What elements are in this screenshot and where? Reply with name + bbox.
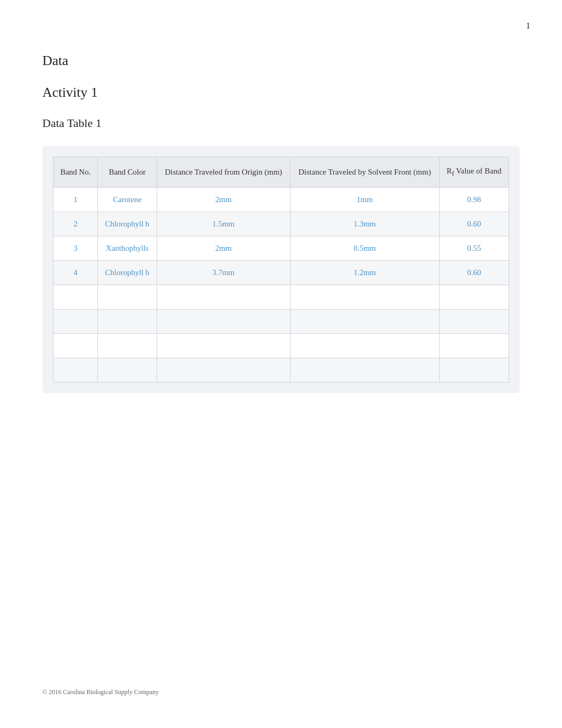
activity-title: Activity 1 xyxy=(42,85,520,101)
cell-dist-origin: 3.7mm xyxy=(157,260,290,285)
cell-band-no xyxy=(53,285,98,309)
cell-dist-solvent: 0.5mm xyxy=(290,236,439,260)
table-row: 4Chlorophyll b3.7mm1.2mm0.60 xyxy=(53,260,509,285)
table-header-row: Band No. Band Color Distance Traveled fr… xyxy=(53,157,509,188)
table-row: 1Carotene2mm1mm0.98 xyxy=(53,187,509,212)
cell-dist-origin xyxy=(157,309,290,333)
table-title: Data Table 1 xyxy=(42,116,520,130)
cell-dist-origin: 1.5mm xyxy=(157,212,290,236)
cell-dist-solvent xyxy=(290,285,439,309)
cell-dist-solvent xyxy=(290,333,439,358)
footer: © 2016 Carolina Biological Supply Compan… xyxy=(42,688,159,696)
table-row: 3Xanthophylls2mm0.5mm0.55 xyxy=(53,236,509,260)
table-row xyxy=(53,333,509,358)
cell-band-no: 3 xyxy=(53,236,98,260)
cell-dist-solvent: 1mm xyxy=(290,187,439,212)
cell-band-color xyxy=(98,285,157,309)
cell-dist-origin xyxy=(157,333,290,358)
col-band-no: Band No. xyxy=(53,157,98,188)
cell-band-color xyxy=(98,358,157,382)
col-rf-value: Rf Value of Band xyxy=(439,157,509,188)
cell-rf-value xyxy=(439,285,509,309)
cell-dist-solvent xyxy=(290,309,439,333)
col-dist-solvent: Distance Traveled by Solvent Front (mm) xyxy=(290,157,439,188)
cell-dist-solvent xyxy=(290,358,439,382)
page-number: 1 xyxy=(526,21,530,31)
data-table: Band No. Band Color Distance Traveled fr… xyxy=(53,157,509,383)
cell-band-no xyxy=(53,358,98,382)
cell-band-color: Carotene xyxy=(98,187,157,212)
cell-dist-origin: 2mm xyxy=(157,236,290,260)
cell-band-color xyxy=(98,309,157,333)
cell-band-color: Chlorophyll b xyxy=(98,260,157,285)
cell-band-color: Chlorophyll b xyxy=(98,212,157,236)
table-row xyxy=(53,358,509,382)
cell-band-no xyxy=(53,309,98,333)
data-table-wrapper: Band No. Band Color Distance Traveled fr… xyxy=(42,146,520,393)
cell-rf-value: 0.60 xyxy=(439,212,509,236)
cell-rf-value: 0.98 xyxy=(439,187,509,212)
cell-rf-value xyxy=(439,309,509,333)
table-row xyxy=(53,285,509,309)
cell-band-color xyxy=(98,333,157,358)
table-row xyxy=(53,309,509,333)
cell-dist-origin: 2mm xyxy=(157,187,290,212)
cell-rf-value xyxy=(439,333,509,358)
cell-dist-solvent: 1.3mm xyxy=(290,212,439,236)
cell-band-no: 2 xyxy=(53,212,98,236)
cell-rf-value xyxy=(439,358,509,382)
cell-band-no xyxy=(53,333,98,358)
section-title: Data xyxy=(42,53,520,69)
cell-dist-solvent: 1.2mm xyxy=(290,260,439,285)
cell-rf-value: 0.60 xyxy=(439,260,509,285)
cell-dist-origin xyxy=(157,358,290,382)
cell-dist-origin xyxy=(157,285,290,309)
col-dist-origin: Distance Traveled from Origin (mm) xyxy=(157,157,290,188)
cell-band-no: 1 xyxy=(53,187,98,212)
col-band-color: Band Color xyxy=(98,157,157,188)
cell-band-no: 4 xyxy=(53,260,98,285)
table-row: 2Chlorophyll b1.5mm1.3mm0.60 xyxy=(53,212,509,236)
cell-band-color: Xanthophylls xyxy=(98,236,157,260)
cell-rf-value: 0.55 xyxy=(439,236,509,260)
